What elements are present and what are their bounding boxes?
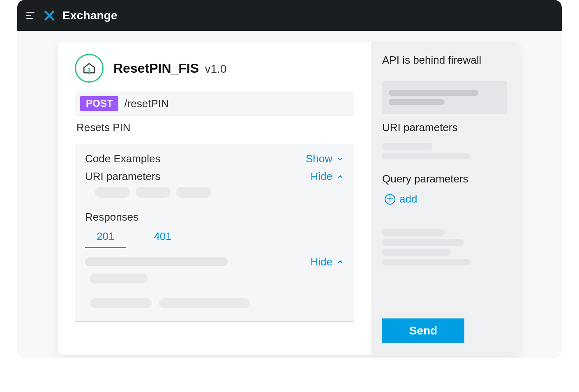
code-examples-label: Code Examples [85, 152, 161, 165]
details-panel: Code Examples Show URI parameters Hide [75, 144, 354, 322]
firewall-placeholder [382, 81, 507, 114]
main-column: ResetPIN_FIS v1.0 POST /resetPIN Resets … [58, 42, 371, 355]
exchange-logo-icon [44, 10, 55, 21]
placeholder-bar [389, 99, 445, 105]
chevron-up-icon [337, 258, 344, 265]
endpoint-path: /resetPIN [124, 97, 168, 110]
api-version: v1.0 [205, 62, 227, 75]
menu-icon[interactable] [26, 11, 36, 21]
app-title: Exchange [62, 9, 118, 22]
response-tab-201[interactable]: 201 [85, 228, 126, 248]
uri-params-label: URI parameters [85, 170, 161, 183]
placeholder-bar [85, 257, 228, 266]
endpoint-description: Resets PIN [75, 121, 354, 134]
api-type-icon [75, 54, 104, 83]
responses-row: Responses [85, 211, 344, 224]
placeholder-pill [95, 187, 130, 198]
chevron-up-icon [337, 173, 344, 180]
api-header: ResetPIN_FIS v1.0 [75, 54, 354, 83]
placeholder-bar [382, 239, 464, 246]
add-label: add [399, 193, 417, 205]
add-query-param-button[interactable]: add [385, 193, 507, 205]
placeholder-bar [382, 153, 470, 159]
placeholder-bar [382, 229, 445, 236]
placeholder-pill [136, 187, 171, 198]
side-uri-params-placeholder [382, 140, 507, 163]
titlebar: Exchange [17, 0, 562, 31]
api-name: ResetPIN_FIS [113, 61, 199, 76]
uri-params-toggle-text: Hide [311, 170, 332, 183]
response-body-placeholder [85, 273, 344, 311]
divider [382, 75, 507, 75]
code-examples-toggle-text: Show [306, 152, 332, 165]
uri-params-placeholder [85, 186, 344, 201]
content-area: ResetPIN_FIS v1.0 POST /resetPIN Resets … [17, 31, 562, 357]
endpoint-box: POST /resetPIN [75, 92, 354, 115]
side-uri-params-label: URI parameters [382, 121, 507, 134]
placeholder-bar [382, 259, 470, 265]
placeholder-pill [90, 298, 152, 308]
http-method-badge: POST [80, 96, 118, 111]
svg-point-1 [52, 18, 54, 20]
response-body-toggle[interactable]: Hide [311, 256, 344, 268]
uri-params-toggle[interactable]: Hide [311, 170, 344, 183]
response-body-row: Hide [85, 254, 344, 270]
api-title-row: ResetPIN_FIS v1.0 [113, 61, 226, 76]
placeholder-bar [382, 249, 451, 256]
placeholder-bar [382, 143, 432, 150]
send-button[interactable]: Send [382, 318, 464, 343]
side-query-params-label: Query parameters [382, 173, 507, 185]
placeholder-bar [389, 90, 478, 96]
response-body-toggle-text: Hide [311, 256, 332, 268]
code-examples-toggle[interactable]: Show [306, 152, 344, 165]
response-tabs: 201 401 [85, 228, 344, 248]
code-examples-row: Code Examples Show [85, 152, 344, 165]
firewall-notice: API is behind firewall [382, 54, 507, 67]
side-extra-placeholder [382, 226, 507, 269]
request-sidebar: API is behind firewall URI parameters Qu… [371, 42, 519, 355]
svg-point-0 [44, 11, 46, 13]
placeholder-pill [159, 298, 249, 308]
responses-label: Responses [85, 211, 138, 224]
svg-point-3 [88, 68, 90, 69]
uri-params-row: URI parameters Hide [85, 170, 344, 183]
placeholder-pill [176, 187, 211, 198]
app-window: Exchange ResetPIN_FIS v1.0 [17, 0, 562, 357]
placeholder-pill [90, 274, 148, 284]
chevron-down-icon [337, 155, 344, 163]
api-card: ResetPIN_FIS v1.0 POST /resetPIN Resets … [58, 42, 519, 355]
response-tab-401[interactable]: 401 [142, 228, 183, 248]
plus-circle-icon [385, 194, 395, 205]
